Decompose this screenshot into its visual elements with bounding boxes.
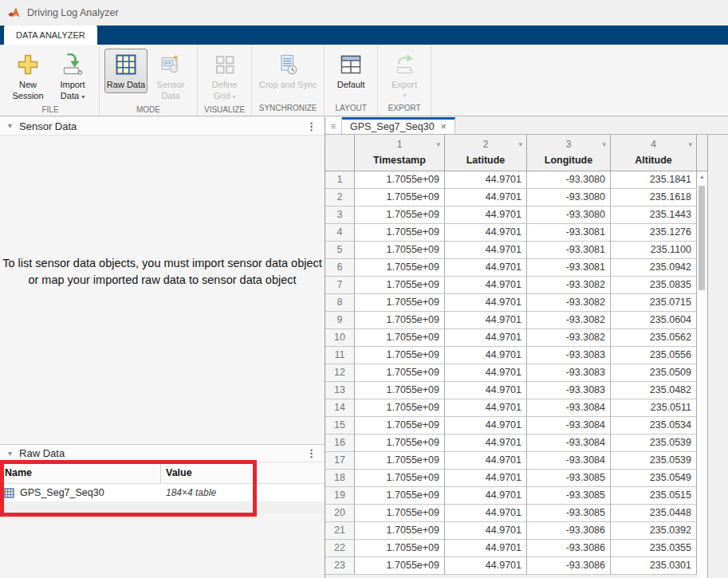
table-cell[interactable]: 1.7055e+09: [355, 522, 445, 540]
table-cell[interactable]: -93.3082: [527, 312, 611, 329]
table-cell[interactable]: -93.3083: [527, 347, 611, 364]
table-cell[interactable]: 44.9701: [445, 522, 527, 540]
table-cell[interactable]: 44.9701: [445, 206, 527, 224]
row-number[interactable]: 3: [325, 206, 355, 224]
table-cell[interactable]: 1.7055e+09: [355, 277, 445, 294]
close-icon[interactable]: ×: [441, 122, 447, 132]
table-cell[interactable]: 1.7055e+09: [355, 505, 445, 522]
vertical-scrollbar[interactable]: ▲: [697, 171, 708, 578]
table-cell[interactable]: 44.9701: [445, 171, 527, 189]
table-cell[interactable]: 44.9701: [445, 312, 527, 329]
table-cell[interactable]: 44.9701: [445, 399, 527, 417]
table-cell[interactable]: 1.7055e+09: [355, 382, 445, 399]
table-cell[interactable]: 235.1841: [611, 171, 697, 189]
table-cell[interactable]: 1.7055e+09: [355, 540, 445, 557]
table-cell[interactable]: 235.0515: [611, 487, 697, 505]
table-cell[interactable]: 44.9701: [445, 434, 527, 452]
table-cell[interactable]: -93.3084: [527, 434, 611, 452]
row-number[interactable]: 22: [325, 540, 355, 557]
collapse-icon[interactable]: ▾: [8, 450, 12, 458]
table-cell[interactable]: 1.7055e+09: [355, 242, 445, 259]
table-cell[interactable]: 44.9701: [445, 382, 527, 399]
table-cell[interactable]: 44.9701: [445, 277, 527, 294]
raw-data-button[interactable]: Raw Data: [104, 49, 148, 93]
row-number[interactable]: 7: [325, 277, 355, 294]
table-cell[interactable]: -93.3085: [527, 505, 611, 522]
document-tab-gps-seg7-seq30[interactable]: GPS_Seg7_Seq30 ×: [342, 117, 455, 134]
raw-table-row[interactable]: GPS_Seg7_Seq30 184×4 table: [0, 484, 325, 502]
table-cell[interactable]: -93.3084: [527, 399, 611, 417]
row-number[interactable]: 6: [325, 259, 355, 277]
scrollbar-thumb[interactable]: [698, 186, 705, 290]
table-cell[interactable]: 235.0534: [611, 417, 697, 434]
table-cell[interactable]: 235.0562: [611, 329, 697, 347]
table-cell[interactable]: 44.9701: [445, 242, 527, 259]
table-cell[interactable]: 235.0835: [611, 277, 697, 294]
table-cell[interactable]: 235.0392: [611, 522, 697, 540]
table-cell[interactable]: 235.0715: [611, 294, 697, 312]
row-number[interactable]: 16: [325, 434, 355, 452]
ribbon-tab-data-analyzer[interactable]: DATA ANALYZER: [4, 26, 97, 45]
table-cell[interactable]: 44.9701: [445, 259, 527, 277]
row-number[interactable]: 12: [325, 364, 355, 382]
table-cell[interactable]: 1.7055e+09: [355, 329, 445, 347]
table-cell[interactable]: 1.7055e+09: [355, 171, 445, 189]
table-cell[interactable]: 1.7055e+09: [355, 417, 445, 434]
import-data-button[interactable]: Import Data ▾: [51, 49, 94, 104]
table-cell[interactable]: 1.7055e+09: [355, 189, 445, 206]
table-cell[interactable]: 44.9701: [445, 294, 527, 312]
row-number[interactable]: 11: [325, 347, 355, 364]
table-cell[interactable]: 235.0539: [611, 434, 697, 452]
kebab-menu-icon[interactable]: ⋮: [306, 448, 317, 458]
row-number[interactable]: 14: [325, 399, 355, 417]
table-cell[interactable]: -93.3083: [527, 364, 611, 382]
table-cell[interactable]: 235.0509: [611, 364, 697, 382]
column-header-timestamp[interactable]: 1▾ Timestamp: [355, 135, 445, 171]
table-cell[interactable]: 235.0301: [611, 557, 697, 575]
table-cell[interactable]: -93.3085: [527, 487, 611, 505]
table-cell[interactable]: -93.3085: [527, 470, 611, 487]
table-cell[interactable]: -93.3080: [527, 171, 611, 189]
default-layout-button[interactable]: Default: [329, 49, 372, 93]
table-cell[interactable]: 235.0355: [611, 540, 697, 557]
table-cell[interactable]: 1.7055e+09: [355, 206, 445, 224]
table-cell[interactable]: 235.0448: [611, 505, 697, 522]
table-cell[interactable]: -93.3082: [527, 294, 611, 312]
column-header-longitude[interactable]: 3▾ Longitude: [527, 135, 611, 171]
table-cell[interactable]: 44.9701: [445, 329, 527, 347]
row-number[interactable]: 1: [325, 171, 355, 189]
filter-icon[interactable]: ▾: [518, 136, 522, 153]
filter-icon[interactable]: ▾: [602, 136, 606, 153]
table-cell[interactable]: -93.3081: [527, 224, 611, 242]
filter-icon[interactable]: ▾: [436, 136, 440, 153]
table-cell[interactable]: 235.0511: [611, 399, 697, 417]
collapse-icon[interactable]: ▾: [8, 122, 12, 130]
row-number[interactable]: 9: [325, 312, 355, 329]
table-cell[interactable]: 1.7055e+09: [355, 364, 445, 382]
table-cell[interactable]: 235.1100: [611, 242, 697, 259]
row-number[interactable]: 2: [325, 189, 355, 206]
table-cell[interactable]: 235.0549: [611, 470, 697, 487]
table-cell[interactable]: -93.3083: [527, 382, 611, 399]
row-number[interactable]: 23: [325, 557, 355, 575]
column-header-latitude[interactable]: 2▾ Latitude: [445, 135, 527, 171]
table-cell[interactable]: 1.7055e+09: [355, 452, 445, 470]
table-cell[interactable]: -93.3082: [527, 329, 611, 347]
row-number[interactable]: 5: [325, 242, 355, 259]
new-session-button[interactable]: New Session: [6, 49, 49, 104]
table-cell[interactable]: 44.9701: [445, 470, 527, 487]
table-cell[interactable]: 235.1618: [611, 189, 697, 206]
table-cell[interactable]: 1.7055e+09: [355, 487, 445, 505]
row-number[interactable]: 15: [325, 417, 355, 434]
tab-list-grip-icon[interactable]: ≡: [325, 117, 342, 134]
table-cell[interactable]: -93.3086: [527, 540, 611, 557]
row-number[interactable]: 19: [325, 487, 355, 505]
row-number[interactable]: 20: [325, 505, 355, 522]
table-cell[interactable]: 44.9701: [445, 505, 527, 522]
table-cell[interactable]: -93.3086: [527, 522, 611, 540]
table-cell[interactable]: 1.7055e+09: [355, 557, 445, 575]
table-cell[interactable]: -93.3082: [527, 277, 611, 294]
table-cell[interactable]: -93.3084: [527, 417, 611, 434]
table-cell[interactable]: -93.3084: [527, 452, 611, 470]
row-number[interactable]: 18: [325, 470, 355, 487]
